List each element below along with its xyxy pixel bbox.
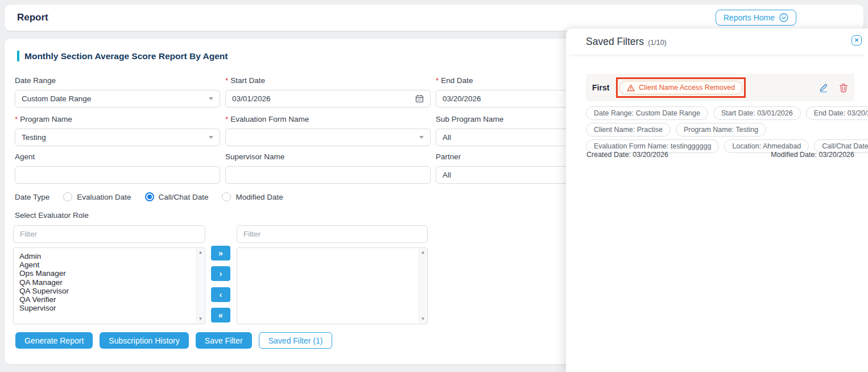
page-title: Report bbox=[17, 12, 48, 23]
close-icon[interactable]: ✕ bbox=[852, 35, 862, 46]
reports-home-button[interactable]: Reports Home bbox=[716, 10, 796, 26]
radio-icon bbox=[222, 192, 231, 201]
selected-roles-scrollbar[interactable]: ▲ ▼ bbox=[419, 249, 427, 323]
radio-icon bbox=[145, 192, 154, 201]
saved-filters-title: Saved Filters bbox=[586, 36, 644, 48]
filter-chip: Date Range: Custom Date Range bbox=[586, 106, 708, 120]
save-filter-button[interactable]: Save Filter bbox=[196, 332, 252, 349]
saved-filter-chips: Date Range: Custom Date RangeStart Date:… bbox=[586, 106, 856, 156]
saved-filter-dates: Created Date: 03/20/2026 Modified Date: … bbox=[586, 151, 854, 159]
role-option[interactable]: QA Supervisor bbox=[19, 287, 205, 295]
trash-icon bbox=[839, 83, 848, 93]
report-name: Monthly Section Average Score Report By … bbox=[24, 51, 228, 61]
delete-filter-button[interactable] bbox=[839, 83, 848, 93]
radio-modified-date[interactable]: Modified Date bbox=[222, 192, 283, 201]
role-option[interactable]: QA Manager bbox=[19, 278, 205, 287]
agent-label: Agent bbox=[15, 152, 220, 161]
move-left-button[interactable]: ‹ bbox=[211, 287, 230, 302]
evaluation-form-name-label: *Evaluation Form Name bbox=[225, 115, 431, 123]
created-date: Created Date: 03/20/2026 bbox=[586, 151, 668, 159]
form-actions: Generate Report Subscription History Sav… bbox=[15, 332, 332, 349]
saved-filter-item: First Client Name Access Removed bbox=[586, 74, 854, 101]
date-type-group: Date Type Evaluation Date Call/Chat Date… bbox=[15, 192, 291, 201]
subscription-history-button[interactable]: Subscription History bbox=[100, 332, 189, 349]
warning-badge: Client Name Access Removed bbox=[619, 81, 742, 94]
scroll-up-icon[interactable]: ▲ bbox=[199, 250, 203, 255]
pencil-icon bbox=[819, 82, 829, 93]
start-date-label: *Start Date bbox=[225, 76, 431, 85]
date-range-label: Date Range bbox=[15, 76, 220, 85]
role-option[interactable]: Admin bbox=[19, 252, 205, 261]
report-section-title: Monthly Section Average Score Report By … bbox=[17, 51, 228, 61]
scroll-down-icon[interactable]: ▼ bbox=[421, 317, 425, 321]
warning-highlight-box: Client Name Access Removed bbox=[616, 77, 746, 98]
edit-filter-button[interactable] bbox=[819, 82, 829, 93]
caret-down-icon bbox=[209, 97, 213, 100]
filter-chip: Start Date: 03/01/2026 bbox=[713, 106, 801, 120]
available-roles-scrollbar[interactable]: ▲ ▼ bbox=[196, 249, 204, 323]
agent-input[interactable] bbox=[15, 166, 220, 184]
filter-chip: Program Name: Testing bbox=[676, 123, 766, 137]
filter-chip: End Date: 03/20/2026 bbox=[806, 106, 868, 120]
report-page: Report Reports Home Monthly Section Aver… bbox=[0, 0, 868, 372]
program-name-label: *Program Name bbox=[15, 115, 220, 123]
role-option[interactable]: Ops Manager bbox=[19, 269, 205, 278]
select-evaluator-role-label: Select Evaluator Role bbox=[15, 211, 89, 220]
move-all-left-button[interactable]: « bbox=[211, 308, 230, 323]
radio-call-chat-date[interactable]: Call/Chat Date bbox=[145, 192, 209, 201]
saved-filters-panel: Saved Filters (1/10) ✕ First Client Name… bbox=[566, 28, 868, 372]
saved-filter-name: First bbox=[592, 83, 609, 92]
section-accent-bar bbox=[17, 51, 19, 61]
role-option[interactable]: Agent bbox=[19, 261, 205, 269]
selected-roles-filter-input[interactable] bbox=[237, 225, 428, 243]
saved-filter-button[interactable]: Saved Filter (1) bbox=[259, 332, 333, 349]
scroll-up-icon[interactable]: ▲ bbox=[421, 250, 425, 255]
date-type-label: Date Type bbox=[15, 193, 49, 201]
radio-icon bbox=[63, 192, 72, 201]
role-option[interactable]: QA Verifier bbox=[19, 295, 205, 304]
move-all-right-button[interactable]: » bbox=[211, 246, 230, 261]
modified-date: Modified Date: 03/20/2026 bbox=[771, 151, 854, 159]
start-date-input[interactable]: 03/01/2026 bbox=[225, 90, 431, 108]
chevron-down-circle-icon bbox=[779, 13, 788, 22]
supervisor-name-label: Supervisor Name bbox=[225, 152, 431, 161]
radio-evaluation-date[interactable]: Evaluation Date bbox=[63, 192, 131, 201]
evaluation-form-name-select[interactable] bbox=[225, 129, 431, 146]
generate-report-button[interactable]: Generate Report bbox=[15, 332, 93, 349]
available-roles-filter-input[interactable] bbox=[13, 225, 205, 243]
page-header: Report Reports Home bbox=[5, 5, 863, 31]
caret-down-icon bbox=[209, 136, 213, 139]
selected-roles-listbox[interactable]: ▲ ▼ bbox=[237, 247, 428, 324]
available-roles-listbox[interactable]: AdminAgentOps ManagerQA ManagerQA Superv… bbox=[13, 247, 205, 324]
scroll-down-icon[interactable]: ▼ bbox=[199, 317, 203, 321]
supervisor-name-input[interactable] bbox=[225, 166, 431, 184]
saved-filters-header: Saved Filters (1/10) ✕ bbox=[566, 28, 868, 55]
reports-home-label: Reports Home bbox=[724, 13, 775, 22]
warning-triangle-icon bbox=[627, 84, 635, 92]
caret-down-icon bbox=[419, 136, 424, 139]
filter-chip: Client Name: Practise bbox=[586, 123, 671, 137]
move-right-button[interactable]: › bbox=[211, 266, 230, 281]
saved-filters-count: (1/10) bbox=[648, 39, 667, 47]
warning-badge-label: Client Name Access Removed bbox=[639, 84, 735, 92]
role-option[interactable]: Supervisor bbox=[19, 304, 205, 312]
date-range-select[interactable]: Custom Date Range bbox=[15, 90, 220, 108]
calendar-icon[interactable] bbox=[415, 94, 424, 103]
program-name-select[interactable]: Testing bbox=[15, 129, 220, 146]
